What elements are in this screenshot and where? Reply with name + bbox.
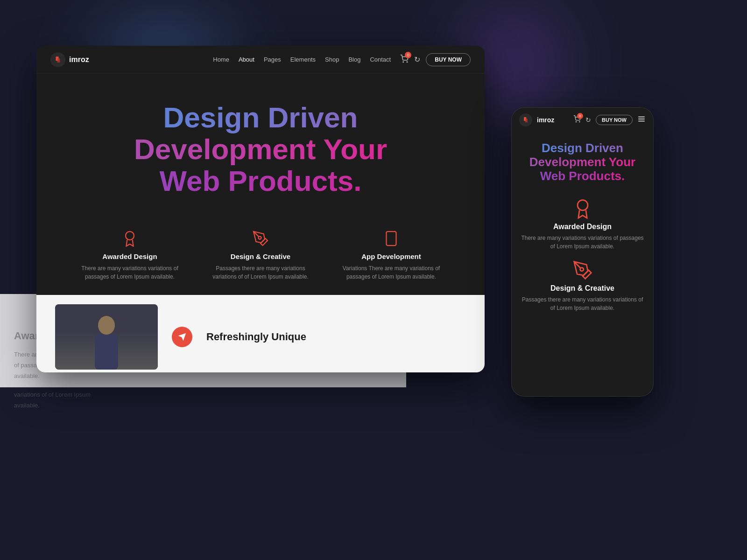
svg-point-8	[98, 316, 115, 335]
desktop-features: Awarded Design There are many variations…	[36, 216, 485, 295]
feature-desc-2: Passages there are many variations varia…	[209, 264, 312, 281]
send-button[interactable]	[172, 327, 192, 347]
nav-shop[interactable]: Shop	[325, 56, 339, 63]
svg-point-5	[259, 236, 261, 239]
mobile-logo-text: imroz	[537, 116, 554, 124]
mobile-feature-desc-1: There are many variations variations of …	[519, 234, 646, 251]
desktop-nav: imroz Home About Pages Elements Shop Blo…	[36, 46, 485, 74]
mobile-theme-toggle[interactable]: ↻	[585, 116, 591, 124]
mobile-feature-award: Awarded Design There are many variations…	[519, 198, 646, 251]
mobile-nav-right: 0 ↻ BUY NOW	[573, 115, 646, 126]
svg-point-20	[580, 267, 583, 271]
cart-icon[interactable]: 0	[400, 55, 409, 65]
nav-contact[interactable]: Contact	[370, 56, 391, 63]
feature-desc-3: Variations There are many variations of …	[340, 264, 443, 281]
mobile-nav: imroz 0 ↻ BUY NOW	[512, 108, 653, 132]
mobile-feature-desc-2: Passages there are many variations varia…	[519, 295, 646, 312]
svg-rect-1	[57, 58, 60, 63]
feature-desc-1: There are many variations variations of …	[78, 264, 181, 281]
mobile-hero-line3: Web Products.	[519, 169, 646, 183]
hero-title-line3: Web Products.	[50, 165, 471, 197]
svg-point-2	[403, 62, 404, 63]
feature-title-1: Awarded Design	[78, 252, 181, 260]
nav-home[interactable]: Home	[213, 56, 229, 63]
svg-marker-11	[178, 333, 186, 341]
nav-logo: imroz	[50, 52, 89, 67]
svg-rect-9	[95, 335, 118, 370]
pen-tool-icon	[209, 230, 312, 247]
desktop-hero: Design Driven Development Your Web Produ…	[36, 74, 485, 216]
feature-awarded-design: Awarded Design There are many variations…	[78, 230, 181, 281]
mobile-cart-badge: 0	[577, 113, 583, 119]
nav-about[interactable]: About	[239, 56, 254, 63]
mobile-mockup: imroz 0 ↻ BUY NOW Design Drive	[511, 107, 654, 397]
svg-point-3	[407, 62, 408, 63]
feature-title-2: Design & Creative	[209, 252, 312, 260]
mobile-feature-title-2: Design & Creative	[519, 284, 646, 293]
mobile-hero-title: Design Driven Development Your Web Produ…	[519, 141, 646, 183]
svg-point-19	[578, 200, 588, 210]
svg-point-15	[579, 121, 580, 122]
award-icon	[78, 230, 181, 247]
mobile-award-icon	[519, 198, 646, 219]
desktop-mockup: imroz Home About Pages Elements Shop Blo…	[36, 46, 485, 372]
mobile-buy-now-button[interactable]: BUY NOW	[596, 115, 633, 125]
feature-title-3: App Development	[340, 252, 443, 260]
bottom-title: Refreshingly Unique	[206, 331, 306, 343]
mobile-hero-line1: Design Driven	[519, 141, 646, 155]
mobile-hero-line2: Development Your	[519, 155, 646, 169]
logo-text: imroz	[69, 56, 89, 64]
hero-title: Design Driven Development Your Web Produ…	[50, 102, 471, 197]
cart-badge: 0	[405, 52, 411, 58]
theme-toggle[interactable]: ↻	[414, 55, 420, 64]
nav-pages[interactable]: Pages	[264, 56, 281, 63]
svg-point-4	[126, 231, 134, 240]
desktop-bottom-section: Refreshingly Unique	[36, 295, 485, 372]
mobile-feature-title-1: Awarded Design	[519, 223, 646, 231]
mobile-pen-tool-icon	[519, 260, 646, 280]
logo-icon	[50, 52, 65, 67]
bottom-image	[55, 304, 158, 370]
nav-links: Home About Pages Elements Shop Blog Cont…	[213, 56, 391, 63]
nav-actions: 0 ↻ BUY NOW	[400, 53, 471, 66]
mobile-feature-design: Design & Creative Passages there are man…	[519, 260, 646, 312]
hero-title-line1: Design Driven	[50, 102, 471, 133]
feature-app-development: App Development Variations There are man…	[340, 230, 443, 281]
svg-rect-13	[525, 119, 528, 122]
mobile-icon	[340, 230, 443, 247]
mobile-features: Awarded Design There are many variations…	[512, 191, 653, 320]
nav-blog[interactable]: Blog	[348, 56, 360, 63]
mobile-logo-icon	[519, 113, 532, 126]
feature-design-creative: Design & Creative Passages there are man…	[209, 230, 312, 281]
buy-now-button[interactable]: BUY NOW	[426, 53, 471, 66]
mobile-cart-icon[interactable]: 0	[573, 115, 581, 125]
mobile-hero: Design Driven Development Your Web Produ…	[512, 132, 653, 191]
svg-point-14	[576, 121, 576, 122]
hero-title-line2: Development Your	[50, 133, 471, 165]
svg-rect-6	[387, 231, 396, 245]
mobile-menu-icon[interactable]	[637, 115, 646, 126]
nav-elements[interactable]: Elements	[290, 56, 316, 63]
